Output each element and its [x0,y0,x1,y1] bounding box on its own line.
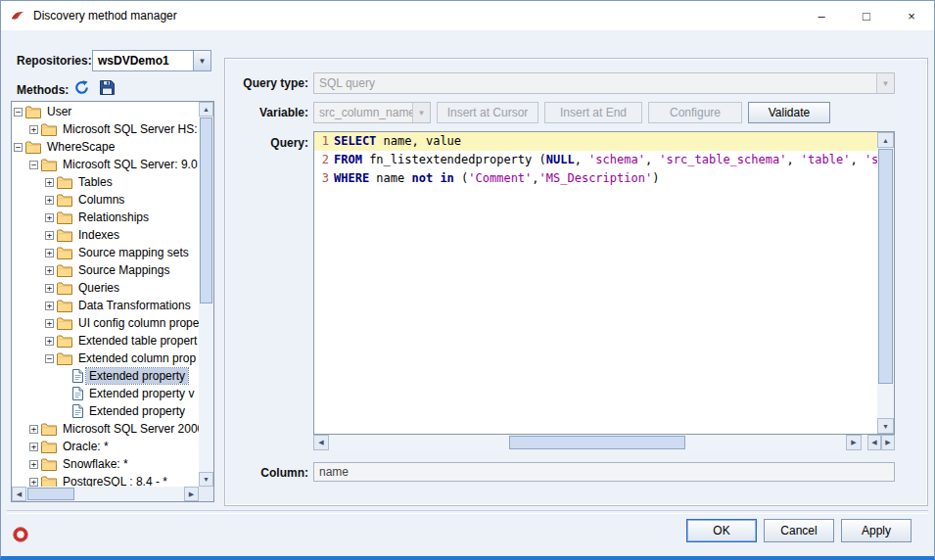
folder-icon [57,317,72,330]
refresh-icon[interactable] [71,77,91,97]
cancel-button[interactable]: Cancel [764,519,834,542]
tree-item[interactable]: +PostgreSQL : 8.4 - * [12,473,199,487]
tree-hscroll-thumb[interactable] [27,488,74,500]
tree-item[interactable]: +Source Mappings [12,261,199,279]
folder-icon [57,247,72,259]
expand-icon[interactable]: + [45,196,54,205]
collapse-icon[interactable]: − [29,161,38,169]
collapse-icon[interactable]: − [45,354,54,363]
tree-item[interactable]: +UI config column prope [12,314,199,332]
validate-button[interactable]: Validate [748,102,830,123]
tree-item-label: Extended property [86,403,188,419]
expand-icon[interactable]: + [45,231,54,240]
page-icon [72,387,83,400]
expand-icon[interactable]: + [45,249,54,257]
scroll-up-icon[interactable]: ▲ [877,132,894,148]
tree-item[interactable]: +Data Transformations [12,297,199,314]
page-icon [72,404,83,418]
tree-item[interactable]: +Microsoft SQL Server 2000 [12,420,199,438]
tree-horizontal-scrollbar[interactable]: ◀ ▶ [12,487,199,501]
tree-item[interactable]: +Oracle: * [12,438,199,455]
scroll-down-icon[interactable]: ▼ [877,418,894,434]
tree-item[interactable]: −Microsoft SQL Server: 9.0 - [12,156,199,173]
save-icon[interactable] [97,77,117,97]
query-code[interactable]: 1SELECT name, value2FROM fn_listextended… [314,132,877,434]
expand-icon[interactable]: + [29,460,38,469]
folder-icon [25,141,41,154]
tree-item[interactable]: +Tables [12,173,199,191]
tree-item-label: Data Transformations [75,298,194,313]
tree-item[interactable]: +Snowflake: * [12,455,199,473]
editor-vscroll-thumb[interactable] [878,149,893,384]
collapse-icon[interactable]: − [14,143,23,152]
expand-icon[interactable]: + [45,213,54,222]
tree-item[interactable]: +Columns [12,191,199,209]
line-number: 3 [314,169,329,188]
expand-icon[interactable]: + [45,178,54,187]
scroll-left-icon[interactable]: ◀ [867,435,881,450]
tree-item[interactable]: +Queries [12,279,199,297]
tree-item[interactable]: +Indexes [12,226,199,244]
folder-icon [57,229,72,242]
editor-horizontal-scrollbar[interactable]: ◀ ▶ [313,435,862,450]
editor-hscroll-thumb[interactable] [509,436,685,449]
variable-label: Variable: [225,106,308,119]
chevron-down-icon[interactable]: ▼ [193,51,210,70]
query-editor[interactable]: 1SELECT name, value2FROM fn_listextended… [313,131,895,435]
tree-item[interactable]: −User [12,103,199,120]
scroll-down-icon[interactable]: ▼ [199,472,213,487]
tree-item[interactable]: Extended property [12,367,199,385]
query-line[interactable]: 2FROM fn_listextendedproperty (NULL, 'sc… [314,151,877,169]
repositories-label: Repositories: [17,54,92,68]
tree-item[interactable]: +Extended table propert [12,332,199,350]
folder-icon [57,211,72,224]
collapse-icon[interactable]: − [14,108,23,117]
tree-item[interactable]: +Relationships [12,209,199,226]
tree-item[interactable]: Extended property v [12,385,199,402]
query-type-value: SQL query [314,76,876,90]
tree-item[interactable]: −Extended column prop [12,350,199,367]
tree-item[interactable]: +Microsoft SQL Server HS: S [12,120,199,138]
line-number: 1 [314,132,329,151]
scroll-right-icon[interactable]: ▶ [846,435,862,450]
titlebar: Discovery method manager – □ × [1,1,934,30]
expand-icon[interactable]: + [29,125,38,134]
query-line[interactable]: 1SELECT name, value [314,132,877,151]
tree-vertical-scrollbar[interactable]: ▲ ▼ [199,102,213,487]
folder-icon [57,264,72,277]
expand-icon[interactable]: + [29,425,38,434]
expand-icon[interactable]: + [29,478,38,487]
expand-icon[interactable]: + [45,302,54,310]
editor-vertical-scrollbar[interactable]: ▲ ▼ [877,132,894,434]
maximize-button[interactable]: □ [844,1,889,30]
query-line[interactable]: 3WHERE name not in ('Comment','MS_Descri… [314,169,877,188]
expand-icon[interactable]: + [45,284,54,293]
folder-icon [57,335,72,348]
expand-icon[interactable]: + [45,266,54,275]
expand-icon[interactable]: + [45,319,54,328]
tree-item-label: Extended property [86,368,188,384]
scroll-up-icon[interactable]: ▲ [199,102,213,117]
scroll-left-icon[interactable]: ◀ [313,435,329,450]
ok-button[interactable]: OK [686,519,757,542]
methods-tree: −User+Microsoft SQL Server HS: S−WhereSc… [11,101,214,502]
tree-item[interactable]: −WhereScape [12,138,199,156]
scroll-left-icon[interactable]: ◀ [12,487,26,501]
editor-horizontal-scrollbar-secondary[interactable]: ◀ ▶ [867,435,895,450]
repository-combo[interactable]: wsDVDemo1 ▼ [92,50,211,71]
method-editor-panel: Query type: SQL query ▼ Variable: src_co… [224,58,928,506]
tree-item[interactable]: Extended property [12,402,199,420]
close-button[interactable]: × [889,1,934,30]
tree-item-label: Tables [75,174,116,190]
minimize-button[interactable]: – [799,1,844,30]
page-icon [72,369,83,383]
scroll-right-icon[interactable]: ▶ [184,487,199,501]
scroll-right-icon[interactable]: ▶ [881,435,895,450]
expand-icon[interactable]: + [29,443,38,451]
tree-vscroll-thumb[interactable] [200,117,212,303]
tree-item-label: UI config column prope [75,315,199,331]
tree-item[interactable]: +Source mapping sets [12,244,199,261]
folder-icon [41,159,57,171]
apply-button[interactable]: Apply [841,519,912,542]
expand-icon[interactable]: + [45,337,54,346]
